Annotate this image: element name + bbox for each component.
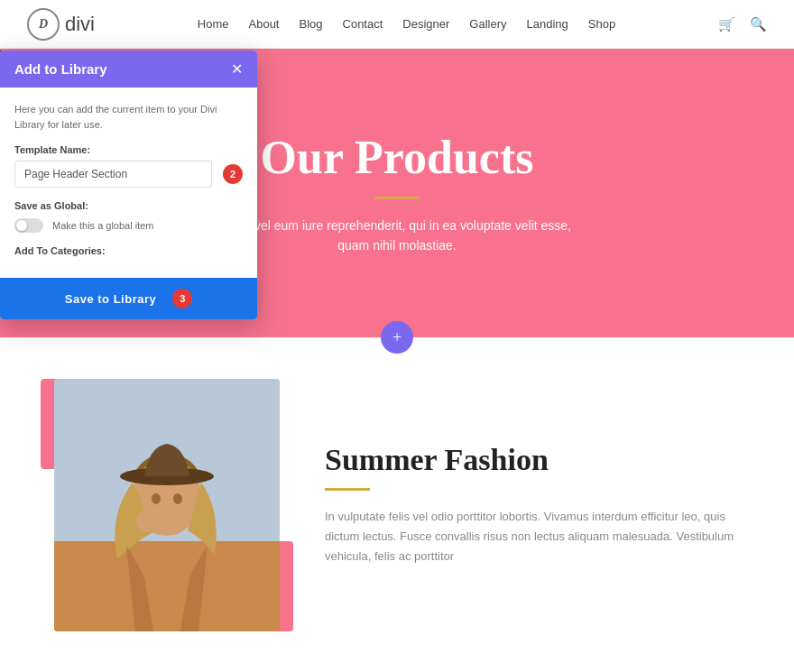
- global-toggle-row: Make this a global item: [14, 218, 243, 233]
- nav-contact[interactable]: Contact: [343, 17, 383, 31]
- logo-circle: D: [27, 8, 60, 41]
- cart-icon[interactable]: 🛒: [718, 16, 735, 32]
- template-name-row: 2: [14, 161, 243, 188]
- product-image: [54, 379, 280, 631]
- content-text: Summer Fashion In vulputate felis vel od…: [325, 443, 740, 566]
- content-section: Summer Fashion In vulputate felis vel od…: [0, 337, 794, 672]
- modal-description: Here you can add the current item to you…: [14, 102, 243, 132]
- logo[interactable]: D divi: [27, 8, 95, 41]
- svg-point-5: [173, 493, 182, 504]
- content-title: Summer Fashion: [325, 443, 740, 477]
- hero-divider: [374, 197, 420, 199]
- logo-letter: D: [39, 17, 48, 32]
- search-icon[interactable]: 🔍: [750, 16, 767, 32]
- nav-landing[interactable]: Landing: [527, 17, 568, 31]
- save-to-library-button[interactable]: Save to Library: [65, 292, 156, 306]
- svg-point-4: [152, 493, 161, 504]
- toggle-knob: [16, 220, 27, 231]
- nav-shop[interactable]: Shop: [588, 17, 615, 31]
- hero-description: utem vel eum iure reprehenderit, qui in …: [208, 216, 586, 256]
- step-badge-2: 2: [223, 164, 243, 184]
- add-to-library-modal: Add to Library ✕ Here you can add the cu…: [0, 51, 257, 319]
- nav-blog[interactable]: Blog: [299, 17, 322, 31]
- hero-add-button[interactable]: +: [381, 321, 413, 354]
- modal-footer[interactable]: Save to Library 3: [0, 278, 257, 319]
- svg-point-6: [136, 511, 162, 532]
- content-description: In vulputate felis vel odio porttitor lo…: [325, 507, 740, 566]
- save-as-global-label: Save as Global:: [14, 200, 243, 211]
- modal-close-button[interactable]: ✕: [231, 62, 243, 77]
- image-wrapper: [54, 379, 280, 631]
- hero-title: Our Products: [261, 131, 534, 184]
- template-name-label: Template Name:: [14, 144, 243, 155]
- modal-header: Add to Library ✕: [0, 51, 257, 87]
- nav-designer[interactable]: Designer: [402, 17, 449, 31]
- add-to-categories-label: Add To Categories:: [14, 245, 243, 256]
- nav-home[interactable]: Home: [198, 17, 229, 31]
- modal-body: Here you can add the current item to you…: [0, 87, 257, 278]
- template-name-input[interactable]: [14, 161, 212, 188]
- navbar-icons: 🛒 🔍: [718, 16, 767, 32]
- content-divider: [325, 488, 370, 491]
- global-toggle[interactable]: [14, 218, 43, 233]
- logo-name: divi: [65, 13, 95, 36]
- nav-menu: Home About Blog Contact Designer Gallery…: [198, 17, 615, 31]
- step-badge-3: 3: [172, 289, 192, 308]
- nav-about[interactable]: About: [249, 17, 280, 31]
- modal-overlay: Add to Library ✕ Here you can add the cu…: [0, 51, 257, 319]
- global-toggle-label: Make this a global item: [52, 220, 154, 231]
- svg-rect-1: [54, 541, 280, 631]
- modal-title: Add to Library: [14, 61, 107, 77]
- navbar: D divi Home About Blog Contact Designer …: [0, 0, 794, 49]
- nav-gallery[interactable]: Gallery: [469, 17, 506, 31]
